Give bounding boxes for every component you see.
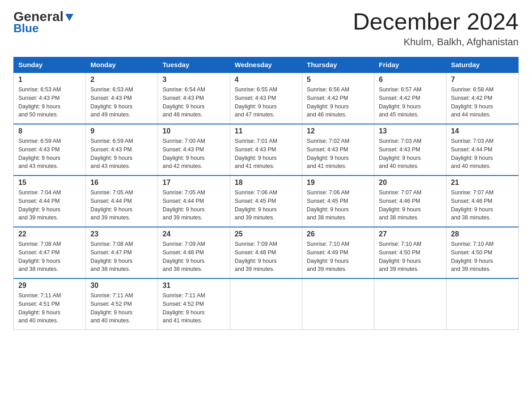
day-number: 4 (235, 76, 297, 84)
calendar-cell: 8 Sunrise: 6:59 AM Sunset: 4:43 PM Dayli… (14, 124, 86, 176)
day-info: Sunrise: 7:08 AM Sunset: 4:47 PM Dayligh… (18, 240, 81, 274)
calendar-cell: 22 Sunrise: 7:08 AM Sunset: 4:47 PM Dayl… (14, 227, 86, 278)
day-number: 30 (90, 282, 153, 290)
day-info: Sunrise: 7:10 AM Sunset: 4:49 PM Dayligh… (307, 240, 369, 274)
page-header: General Blue December 2024 Khulm, Balkh,… (13, 9, 519, 48)
calendar-week-row: 1 Sunrise: 6:53 AM Sunset: 4:43 PM Dayli… (14, 73, 519, 124)
calendar-week-row: 22 Sunrise: 7:08 AM Sunset: 4:47 PM Dayl… (14, 227, 519, 278)
day-info: Sunrise: 6:55 AM Sunset: 4:43 PM Dayligh… (235, 86, 297, 119)
calendar-cell: 25 Sunrise: 7:09 AM Sunset: 4:48 PM Dayl… (230, 227, 302, 278)
day-info: Sunrise: 7:10 AM Sunset: 4:50 PM Dayligh… (451, 240, 514, 274)
calendar-subtitle: Khulm, Balkh, Afghanistan (353, 36, 519, 48)
day-number: 13 (379, 127, 442, 135)
day-info: Sunrise: 6:59 AM Sunset: 4:43 PM Dayligh… (90, 137, 153, 171)
calendar-cell (230, 278, 302, 330)
day-number: 23 (90, 230, 153, 238)
calendar-table: SundayMondayTuesdayWednesdayThursdayFrid… (13, 57, 519, 330)
calendar-cell: 19 Sunrise: 7:06 AM Sunset: 4:45 PM Dayl… (302, 176, 374, 227)
calendar-cell: 2 Sunrise: 6:53 AM Sunset: 4:43 PM Dayli… (86, 73, 158, 124)
calendar-cell: 7 Sunrise: 6:58 AM Sunset: 4:42 PM Dayli… (446, 73, 519, 124)
column-header-wednesday: Wednesday (230, 57, 302, 73)
calendar-cell: 20 Sunrise: 7:07 AM Sunset: 4:46 PM Dayl… (374, 176, 446, 227)
day-info: Sunrise: 6:59 AM Sunset: 4:43 PM Dayligh… (18, 137, 81, 171)
day-info: Sunrise: 7:03 AM Sunset: 4:44 PM Dayligh… (451, 137, 514, 171)
day-number: 5 (307, 76, 369, 84)
calendar-cell: 31 Sunrise: 7:11 AM Sunset: 4:52 PM Dayl… (158, 278, 230, 330)
calendar-cell: 18 Sunrise: 7:06 AM Sunset: 4:45 PM Dayl… (230, 176, 302, 227)
column-header-thursday: Thursday (302, 57, 374, 73)
day-number: 31 (163, 282, 225, 290)
column-header-monday: Monday (86, 57, 158, 73)
day-number: 10 (163, 127, 225, 135)
calendar-cell: 23 Sunrise: 7:08 AM Sunset: 4:47 PM Dayl… (86, 227, 158, 278)
day-number: 29 (18, 282, 81, 290)
day-info: Sunrise: 6:53 AM Sunset: 4:43 PM Dayligh… (90, 86, 153, 119)
day-number: 15 (18, 179, 81, 187)
day-number: 14 (451, 127, 514, 135)
day-info: Sunrise: 6:57 AM Sunset: 4:42 PM Dayligh… (379, 86, 442, 119)
day-number: 25 (235, 230, 297, 238)
day-number: 7 (451, 76, 514, 84)
day-info: Sunrise: 7:08 AM Sunset: 4:47 PM Dayligh… (90, 240, 153, 274)
day-info: Sunrise: 7:11 AM Sunset: 4:52 PM Dayligh… (90, 291, 153, 325)
calendar-cell: 27 Sunrise: 7:10 AM Sunset: 4:50 PM Dayl… (374, 227, 446, 278)
calendar-week-row: 15 Sunrise: 7:04 AM Sunset: 4:44 PM Dayl… (14, 176, 519, 227)
day-number: 19 (307, 179, 369, 187)
logo: General Blue (13, 9, 73, 35)
calendar-cell (302, 278, 374, 330)
day-info: Sunrise: 7:05 AM Sunset: 4:44 PM Dayligh… (163, 188, 225, 222)
calendar-cell: 1 Sunrise: 6:53 AM Sunset: 4:43 PM Dayli… (14, 73, 86, 124)
calendar-cell: 26 Sunrise: 7:10 AM Sunset: 4:49 PM Dayl… (302, 227, 374, 278)
day-info: Sunrise: 7:09 AM Sunset: 4:48 PM Dayligh… (163, 240, 225, 274)
day-info: Sunrise: 7:11 AM Sunset: 4:51 PM Dayligh… (18, 291, 81, 325)
calendar-week-row: 29 Sunrise: 7:11 AM Sunset: 4:51 PM Dayl… (14, 278, 519, 330)
column-header-saturday: Saturday (446, 57, 519, 73)
calendar-cell: 9 Sunrise: 6:59 AM Sunset: 4:43 PM Dayli… (86, 124, 158, 176)
calendar-cell: 10 Sunrise: 7:00 AM Sunset: 4:43 PM Dayl… (158, 124, 230, 176)
calendar-cell: 4 Sunrise: 6:55 AM Sunset: 4:43 PM Dayli… (230, 73, 302, 124)
day-info: Sunrise: 7:03 AM Sunset: 4:43 PM Dayligh… (379, 137, 442, 171)
day-number: 28 (451, 230, 514, 238)
day-info: Sunrise: 6:56 AM Sunset: 4:42 PM Dayligh… (307, 86, 369, 119)
calendar-cell: 29 Sunrise: 7:11 AM Sunset: 4:51 PM Dayl… (14, 278, 86, 330)
day-info: Sunrise: 7:05 AM Sunset: 4:44 PM Dayligh… (90, 188, 153, 222)
day-info: Sunrise: 6:54 AM Sunset: 4:43 PM Dayligh… (163, 86, 225, 119)
day-number: 8 (18, 127, 81, 135)
calendar-cell: 30 Sunrise: 7:11 AM Sunset: 4:52 PM Dayl… (86, 278, 158, 330)
day-info: Sunrise: 7:01 AM Sunset: 4:43 PM Dayligh… (235, 137, 297, 171)
day-number: 9 (90, 127, 153, 135)
calendar-cell: 6 Sunrise: 6:57 AM Sunset: 4:42 PM Dayli… (374, 73, 446, 124)
day-number: 18 (235, 179, 297, 187)
day-number: 1 (18, 76, 81, 84)
day-number: 16 (90, 179, 153, 187)
day-info: Sunrise: 7:07 AM Sunset: 4:46 PM Dayligh… (379, 188, 442, 222)
day-number: 2 (90, 76, 153, 84)
day-info: Sunrise: 7:04 AM Sunset: 4:44 PM Dayligh… (18, 188, 81, 222)
day-number: 12 (307, 127, 369, 135)
logo-triangle-icon (65, 14, 73, 21)
calendar-cell: 14 Sunrise: 7:03 AM Sunset: 4:44 PM Dayl… (446, 124, 519, 176)
day-number: 21 (451, 179, 514, 187)
calendar-cell: 5 Sunrise: 6:56 AM Sunset: 4:42 PM Dayli… (302, 73, 374, 124)
day-number: 24 (163, 230, 225, 238)
calendar-cell: 15 Sunrise: 7:04 AM Sunset: 4:44 PM Dayl… (14, 176, 86, 227)
day-number: 26 (307, 230, 369, 238)
calendar-title: December 2024 (353, 9, 519, 34)
calendar-cell: 17 Sunrise: 7:05 AM Sunset: 4:44 PM Dayl… (158, 176, 230, 227)
day-info: Sunrise: 6:53 AM Sunset: 4:43 PM Dayligh… (18, 86, 81, 119)
calendar-cell: 24 Sunrise: 7:09 AM Sunset: 4:48 PM Dayl… (158, 227, 230, 278)
calendar-cell: 28 Sunrise: 7:10 AM Sunset: 4:50 PM Dayl… (446, 227, 519, 278)
day-number: 27 (379, 230, 442, 238)
column-header-sunday: Sunday (14, 57, 86, 73)
day-info: Sunrise: 7:00 AM Sunset: 4:43 PM Dayligh… (163, 137, 225, 171)
day-info: Sunrise: 7:06 AM Sunset: 4:45 PM Dayligh… (307, 188, 369, 222)
day-number: 20 (379, 179, 442, 187)
day-info: Sunrise: 7:06 AM Sunset: 4:45 PM Dayligh… (235, 188, 297, 222)
calendar-cell: 11 Sunrise: 7:01 AM Sunset: 4:43 PM Dayl… (230, 124, 302, 176)
calendar-cell: 12 Sunrise: 7:02 AM Sunset: 4:43 PM Dayl… (302, 124, 374, 176)
day-number: 17 (163, 179, 225, 187)
calendar-week-row: 8 Sunrise: 6:59 AM Sunset: 4:43 PM Dayli… (14, 124, 519, 176)
day-info: Sunrise: 7:11 AM Sunset: 4:52 PM Dayligh… (163, 291, 225, 325)
day-number: 22 (18, 230, 81, 238)
day-number: 6 (379, 76, 442, 84)
